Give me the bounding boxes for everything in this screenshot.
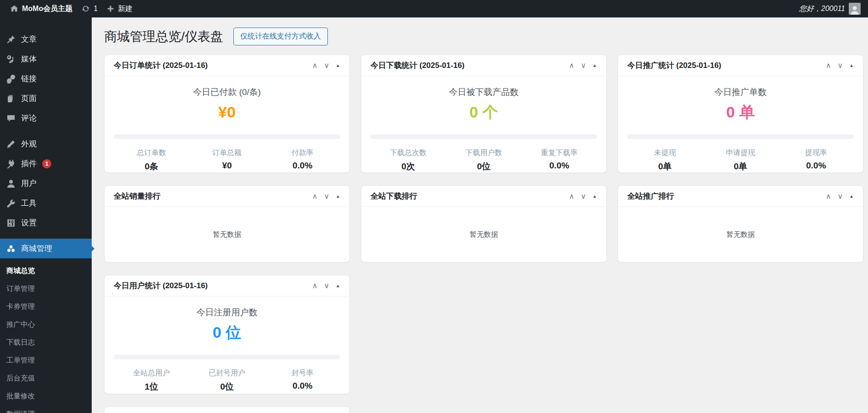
settings-icon [6, 218, 16, 228]
submenu-item-ticket-management[interactable]: 工单管理 [0, 352, 92, 369]
card-big-value: ¥0 [114, 103, 340, 122]
stat-col: 付款率 0.0% [265, 148, 340, 173]
updates-count: 1 [94, 5, 98, 13]
sidebar-item-tools[interactable]: 工具 [0, 193, 92, 213]
move-up-icon[interactable]: ∧ [569, 62, 575, 69]
sidebar-item-pages[interactable]: 页面 [0, 89, 92, 108]
new-content-button[interactable]: 新建 [102, 0, 137, 17]
sidebar-item-users[interactable]: 用户 [0, 173, 92, 193]
sidebar-item-appearance[interactable]: 外观 [0, 134, 92, 154]
card-stats-row: 全站总用户 1位 已封号用户 0位 封号率 0.0% [114, 368, 340, 393]
submenu-item-order-management[interactable]: 订单管理 [0, 280, 92, 298]
submenu-item-backend-recharge[interactable]: 后台充值 [0, 369, 92, 387]
stat-label: 下载用户数 [446, 148, 522, 158]
user-icon [6, 179, 16, 188]
card-header[interactable]: 今日用户统计 (2025-01-16) ∧ ∨ ▲ [105, 275, 349, 296]
move-up-icon[interactable]: ∧ [312, 282, 318, 290]
card-header[interactable]: 今日推广统计 (2025-01-16) ∧ ∨ ▲ [618, 55, 863, 76]
sidebar-item-posts[interactable]: 文章 [0, 29, 92, 49]
move-down-icon[interactable]: ∨ [837, 193, 843, 200]
mall-submenu: 商城总览 订单管理 卡券管理 推广中心 下载日志 工单管理 后台充值 批量修改 … [0, 258, 92, 413]
card-today-orders: 今日订单统计 (2025-01-16) ∧ ∨ ▲ 今日已付款 (0/条) ¥0… [104, 55, 350, 173]
move-up-icon[interactable]: ∧ [312, 62, 318, 69]
card-header[interactable]: 全站推广排行 ∧ ∨ ▲ [618, 186, 863, 207]
move-up-icon[interactable]: ∧ [569, 193, 575, 200]
card-controls: ∧ ∨ ▲ [312, 193, 340, 200]
move-up-icon[interactable]: ∧ [826, 62, 831, 69]
person-icon [850, 5, 860, 15]
card-controls: ∧ ∨ ▲ [826, 62, 854, 69]
sidebar-item-plugins[interactable]: 插件 1 [0, 154, 92, 173]
toggle-panel-icon[interactable]: ▲ [849, 63, 854, 68]
move-down-icon[interactable]: ∨ [324, 193, 329, 200]
site-name: MoMo会员主题 [22, 4, 72, 14]
sidebar-item-media[interactable]: 媒体 [0, 49, 92, 69]
submenu-item-download-log[interactable]: 下载日志 [0, 334, 92, 352]
move-up-icon[interactable]: ∧ [826, 193, 831, 200]
card-body: 今日推广单数 0 单 未提现 0单 申请提现 0单 提现率 0.0% [618, 76, 863, 173]
move-down-icon[interactable]: ∨ [837, 62, 843, 69]
sidebar-item-links[interactable]: 链接 [0, 69, 92, 89]
move-down-icon[interactable]: ∨ [324, 62, 329, 69]
card-header[interactable]: 全站销量排行 ∧ ∨ ▲ [105, 186, 349, 207]
card-title: 今日用户统计 (2025-01-16) [114, 280, 208, 291]
toggle-panel-icon[interactable]: ▲ [336, 194, 340, 199]
submenu-item-promotion-center[interactable]: 推广中心 [0, 316, 92, 334]
toggle-panel-icon[interactable]: ▲ [336, 284, 340, 288]
menu-separator [0, 233, 92, 239]
card-header[interactable]: 全站下载排行 ∧ ∨ ▲ [361, 186, 606, 207]
card-big-value: 0 个 [370, 103, 597, 122]
sidebar-item-mall-management[interactable]: 商城管理 [0, 239, 92, 258]
updates-button[interactable]: 1 [77, 0, 102, 17]
card-body: 今日已付款 (0/条) ¥0 总订单数 0条 订单总额 ¥0 付款率 0.0% [105, 76, 349, 173]
move-down-icon[interactable]: ∨ [581, 193, 586, 200]
empty-state-text: 暂无数据 [618, 207, 863, 262]
stat-label: 总订单数 [114, 148, 189, 158]
plugin-icon [6, 159, 16, 168]
card-today-downloads: 今日下载统计 (2025-01-16) ∧ ∨ ▲ 今日被下载产品数 0 个 下… [361, 55, 607, 173]
card-header[interactable]: 今日下载统计 (2025-01-16) ∧ ∨ ▲ [361, 55, 606, 76]
card-title: 全站下载排行 [370, 191, 417, 201]
move-down-icon[interactable]: ∨ [581, 62, 586, 69]
stat-col: 未提现 0单 [627, 148, 703, 173]
sidebar-item-comments[interactable]: 评论 [0, 108, 92, 128]
toggle-panel-icon[interactable]: ▲ [336, 63, 340, 68]
stat-value: 0位 [189, 381, 265, 393]
card-title: 全站推广排行 [627, 191, 674, 201]
stat-value: 0位 [446, 161, 522, 173]
site-menu[interactable]: MoMo会员主题 [6, 0, 77, 17]
submenu-item-batch-modify[interactable]: 批量修改 [0, 387, 92, 405]
card-today-users: 今日用户统计 (2025-01-16) ∧ ∨ ▲ 今日注册用户数 0 位 全站… [104, 275, 350, 394]
toggle-panel-icon[interactable]: ▲ [849, 194, 854, 199]
submenu-item-mall-overview[interactable]: 商城总览 [0, 262, 92, 280]
account-menu[interactable]: 您好，200011 [798, 3, 862, 15]
online-payment-filter-button[interactable]: 仅统计在线支付方式收入 [233, 28, 328, 45]
card-controls: ∧ ∨ ▲ [569, 62, 597, 69]
stat-col: 下载总次数 0次 [370, 148, 446, 173]
sidebar-item-label: 插件 [21, 158, 37, 169]
stat-value: 0次 [370, 161, 446, 173]
stat-value: 0.0% [265, 161, 340, 171]
toggle-panel-icon[interactable]: ▲ [592, 194, 597, 199]
sidebar-item-label: 评论 [21, 113, 37, 123]
card-header[interactable]: 今日订单统计 (2025-01-16) ∧ ∨ ▲ [105, 55, 349, 76]
sidebar-item-settings[interactable]: 设置 [0, 213, 92, 233]
card-title: 今日下载统计 (2025-01-16) [370, 60, 464, 71]
stat-label: 封号率 [265, 368, 340, 378]
stat-col: 封号率 0.0% [265, 368, 340, 393]
submenu-item-data-cleanup[interactable]: 数据清理 [0, 405, 92, 413]
menu-separator [0, 128, 92, 134]
toggle-panel-icon[interactable]: ▲ [592, 63, 597, 68]
plugins-update-badge: 1 [42, 159, 51, 168]
card-title: 今日订单统计 (2025-01-16) [114, 60, 208, 71]
stat-label: 订单总额 [189, 148, 265, 158]
move-up-icon[interactable]: ∧ [312, 193, 318, 200]
stat-label: 全站总用户 [114, 368, 189, 378]
move-down-icon[interactable]: ∨ [324, 282, 329, 290]
sidebar-item-label: 页面 [21, 93, 37, 104]
submenu-item-card-coupon[interactable]: 卡券管理 [0, 298, 92, 316]
card-today-promotion: 今日推广统计 (2025-01-16) ∧ ∨ ▲ 今日推广单数 0 单 未提现… [618, 55, 863, 173]
card-header[interactable]: 全站用户余额排行 ∧ ∨ ▲ [105, 407, 349, 413]
stat-value: 0.0% [265, 381, 340, 391]
pin-icon [6, 35, 16, 44]
